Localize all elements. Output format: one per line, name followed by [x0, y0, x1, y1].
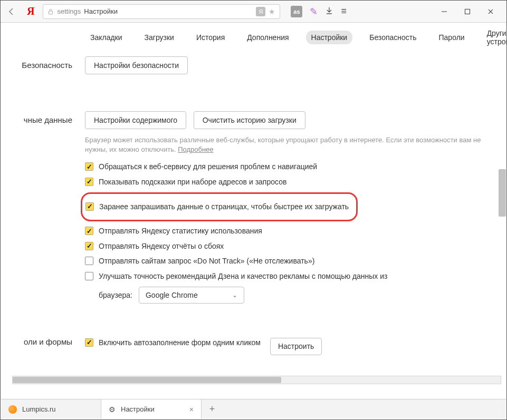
tab-Настройки[interactable]: Настройки	[306, 31, 353, 44]
tab-История[interactable]: История	[191, 31, 230, 44]
vertical-scrollbar-thumb[interactable]	[499, 169, 506, 217]
menu-icon[interactable]: ≡	[341, 6, 347, 17]
tab-Загрузки[interactable]: Загрузки	[139, 31, 179, 44]
browser-toolbar: Я settings Настройки Я ★ as ✎ ≡	[1, 1, 506, 23]
section-security: Безопасность Настройки безопасности	[1, 52, 506, 86]
window-controls	[433, 4, 502, 19]
section-label-forms: оли и формы	[1, 333, 85, 360]
checkbox-label-3: Отправлять Яндексу статистику использова…	[99, 226, 262, 237]
browser-select-value: Google Chrome	[146, 291, 198, 299]
browser-tab-label: Настройки	[121, 405, 155, 413]
autofill-configure-button[interactable]: Настроить	[270, 338, 322, 356]
horizontal-scrollbar-thumb[interactable]	[13, 377, 281, 383]
close-button[interactable]	[479, 4, 502, 19]
toolbar-icons: as ✎ ≡	[291, 6, 347, 17]
checkbox-4[interactable]	[85, 242, 93, 250]
favicon-icon	[8, 405, 17, 414]
checkbox-label-5: Отправлять сайтам запрос «Do Not Track» …	[99, 256, 314, 267]
address-prefix: settings	[57, 7, 81, 15]
clear-download-history-button[interactable]: Очистить историю загрузки	[194, 111, 305, 129]
tab-Пароли[interactable]: Пароли	[434, 31, 470, 44]
checkbox-2[interactable]	[85, 202, 94, 211]
autofill-checkbox-row: Включить автозаполнение форм одним клико…	[85, 338, 491, 356]
checkbox-row-1: Показывать подсказки при наборе адресов …	[85, 177, 491, 188]
checkbox-row-6: Улучшать точность рекомендаций Дзена и к…	[85, 271, 491, 282]
section-label-security: Безопасность	[1, 56, 85, 74]
extension-as-icon[interactable]: as	[291, 6, 302, 17]
section-label-personal: чные данные	[1, 111, 85, 304]
gear-icon: ⚙	[109, 405, 116, 414]
autofill-label: Включить автозаполнение форм одним клико…	[99, 338, 261, 348]
checkbox-label-1: Показывать подсказки при наборе адресов …	[99, 177, 286, 188]
tab-Дополнения[interactable]: Дополнения	[242, 31, 294, 44]
close-tab-icon[interactable]: ×	[189, 405, 194, 414]
browser-select[interactable]: Google Chrome ⌄	[139, 287, 244, 304]
browser-tab-0[interactable]: Lumpics.ru	[1, 399, 101, 419]
browser-logo[interactable]: Я	[24, 5, 37, 17]
lock-icon	[47, 8, 54, 15]
settings-content: Безопасность Настройки безопасности чные…	[1, 52, 506, 384]
learn-more-link[interactable]: Подробнее	[178, 145, 213, 153]
svg-rect-0	[49, 11, 53, 14]
checkbox-1[interactable]	[85, 178, 93, 186]
minimize-button[interactable]	[433, 4, 456, 19]
bookmark-star-icon[interactable]: ★	[269, 7, 275, 16]
checkbox-row-4: Отправлять Яндексу отчёты о сбоях	[85, 241, 491, 252]
new-tab-button[interactable]: +	[202, 399, 223, 419]
checkbox-label-2: Заранее запрашивать данные о страницах, …	[99, 202, 349, 212]
address-bar[interactable]: settings Настройки Я ★	[43, 4, 280, 19]
maximize-button[interactable]	[456, 4, 479, 19]
checkbox-label-0: Обращаться к веб-сервису для решения про…	[99, 162, 317, 172]
chevron-down-icon: ⌄	[232, 291, 237, 299]
section-passwords-forms: оли и формы Включить автозаполнение форм…	[1, 329, 506, 372]
checkbox-label-4: Отправлять Яндексу отчёты о сбоях	[99, 241, 224, 252]
svg-rect-2	[465, 9, 470, 14]
content-settings-button[interactable]: Настройки содержимого	[85, 111, 186, 129]
security-settings-button[interactable]: Настройки безопасности	[85, 56, 188, 74]
personal-help-text: Браузер может использовать различные веб…	[85, 135, 491, 154]
horizontal-scrollbar[interactable]	[12, 376, 501, 384]
checkbox-row-3: Отправлять Яндексу статистику использова…	[85, 226, 491, 237]
yandex-badge-icon[interactable]: Я	[256, 7, 265, 16]
checkbox-3[interactable]	[85, 227, 93, 235]
tab-bar: Lumpics.ru⚙Настройки×+	[1, 399, 506, 419]
tab-Закладки[interactable]: Закладки	[85, 31, 128, 44]
autofill-checkbox[interactable]	[85, 338, 93, 347]
checkbox-5[interactable]	[85, 257, 93, 265]
downloads-icon[interactable]	[325, 6, 333, 17]
checkbox-label-6: Улучшать точность рекомендаций Дзена и к…	[99, 271, 388, 282]
browser-tab-1[interactable]: ⚙Настройки×	[101, 399, 202, 419]
tab-Безопасность[interactable]: Безопасность	[364, 31, 422, 44]
highlighted-option: Заранее запрашивать данные о страницах, …	[81, 192, 358, 222]
browser-label: браузера:	[99, 291, 132, 299]
browser-tab-label: Lumpics.ru	[22, 405, 56, 413]
settings-tabs: ЗакладкиЗагрузкиИсторияДополненияНастрой…	[1, 23, 506, 52]
checkbox-row-2: Заранее запрашивать данные о страницах, …	[85, 202, 349, 212]
checkbox-6[interactable]	[85, 272, 93, 280]
feather-icon[interactable]: ✎	[310, 6, 318, 17]
checkbox-0[interactable]	[85, 162, 93, 171]
tab-Другие устройства[interactable]: Другие устройства	[482, 26, 507, 48]
checkbox-row-0: Обращаться к веб-сервису для решения про…	[85, 162, 491, 172]
section-personal-data: чные данные Настройки содержимого Очисти…	[1, 107, 506, 315]
checkbox-row-5: Отправлять сайтам запрос «Do Not Track» …	[85, 256, 491, 267]
browser-select-row: браузера: Google Chrome ⌄	[99, 287, 491, 304]
back-button[interactable]	[5, 5, 18, 18]
address-title: Настройки	[84, 7, 118, 15]
